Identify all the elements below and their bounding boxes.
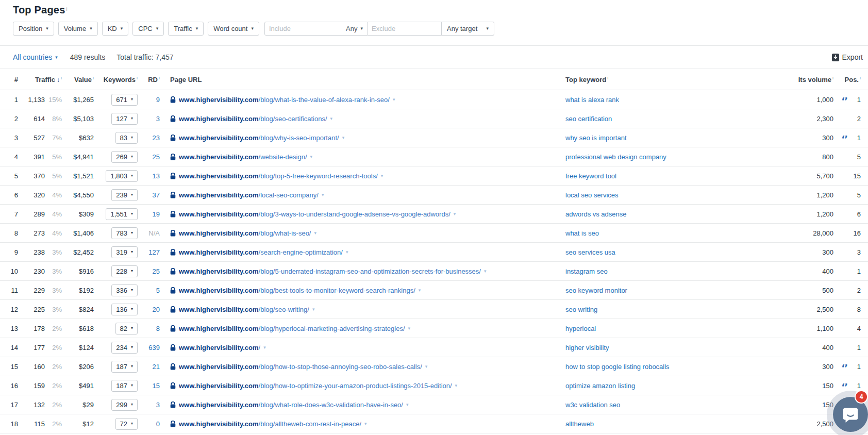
top-keyword-link[interactable]: optimize amazon listing (565, 382, 635, 390)
chevron-down-icon[interactable]: ▾ (342, 135, 345, 140)
header-its-volume[interactable]: Its volumei (784, 75, 833, 83)
keywords-dropdown[interactable]: 136 ▾ (111, 304, 138, 315)
top-keyword-link[interactable]: how to stop google listing robocalls (565, 363, 670, 371)
keywords-dropdown[interactable]: 299 ▾ (111, 399, 138, 411)
top-keyword-link[interactable]: seo certification (565, 115, 612, 123)
filter-cpc-button[interactable]: CPC ▾ (132, 22, 164, 36)
page-url-link[interactable]: www.highervisibility.com/website-design/ (179, 153, 307, 161)
page-url-link[interactable]: www.highervisibility.com/blog/3-ways-to-… (179, 210, 450, 218)
chevron-down-icon[interactable]: ▾ (322, 192, 324, 197)
page-url-link[interactable]: www.highervisibility.com/blog/alltheweb-… (179, 420, 361, 428)
keywords-dropdown[interactable]: 1,803 ▾ (106, 170, 138, 182)
keywords-dropdown[interactable]: 269 ▾ (111, 151, 138, 163)
chevron-down-icon[interactable]: ▾ (406, 402, 409, 407)
country-selector[interactable]: All countries ▾ (13, 53, 58, 61)
rd-link[interactable]: 13 (153, 172, 160, 180)
top-keyword-link[interactable]: free keyword tool (565, 172, 616, 180)
chevron-down-icon[interactable]: ▾ (455, 383, 458, 388)
keywords-dropdown[interactable]: 82 ▾ (115, 323, 138, 334)
keywords-dropdown[interactable]: 83 ▾ (115, 132, 138, 144)
rd-link[interactable]: 8 (156, 325, 160, 332)
top-keyword-link[interactable]: seo keyword monitor (565, 287, 627, 294)
rd-link[interactable]: 23 (153, 134, 160, 142)
top-keyword-link[interactable]: w3c validation seo (565, 401, 620, 409)
top-keyword-link[interactable]: hyperlocal (565, 325, 596, 332)
chevron-down-icon[interactable]: ▾ (346, 249, 348, 255)
rd-link[interactable]: 127 (148, 248, 160, 256)
rd-link[interactable]: 25 (153, 153, 160, 161)
page-url-link[interactable]: www.highervisibility.com/blog/hyperlocal… (179, 325, 405, 332)
page-url-link[interactable]: www.highervisibility.com/blog/how-to-opt… (179, 382, 452, 390)
chevron-down-icon[interactable]: ▾ (408, 326, 411, 331)
chevron-down-icon[interactable]: ▾ (364, 421, 367, 426)
top-keyword-link[interactable]: higher visibility (565, 344, 609, 352)
page-url-link[interactable]: www.highervisibility.com/blog/how-to-sto… (179, 363, 422, 371)
keywords-dropdown[interactable]: 783 ▾ (111, 227, 138, 239)
rd-link[interactable]: 639 (148, 344, 160, 352)
page-url-link[interactable]: www.highervisibility.com/blog/why-is-seo… (179, 134, 339, 142)
rd-link[interactable]: 37 (153, 191, 160, 199)
include-mode-select[interactable]: Any ▾ (346, 25, 363, 32)
page-url-link[interactable]: www.highervisibility.com/blog/5-underrat… (179, 267, 481, 275)
chevron-down-icon[interactable]: ▾ (393, 97, 395, 102)
keywords-dropdown[interactable]: 127 ▾ (111, 113, 138, 125)
chevron-down-icon[interactable]: ▾ (454, 211, 456, 216)
rd-link[interactable]: 9 (156, 96, 160, 104)
header-top-keyword[interactable]: Top keywordi (565, 75, 784, 83)
rd-link[interactable]: 0 (156, 420, 160, 428)
rd-link[interactable]: 19 (153, 210, 160, 218)
chevron-down-icon[interactable]: ▾ (263, 345, 266, 350)
chevron-down-icon[interactable]: ▾ (312, 307, 315, 312)
keywords-dropdown[interactable]: 239 ▾ (111, 189, 138, 201)
export-button[interactable]: Export (832, 53, 863, 61)
top-keyword-link[interactable]: what is alexa rank (565, 96, 619, 104)
keywords-dropdown[interactable]: 671 ▾ (111, 94, 138, 106)
keywords-dropdown[interactable]: 234 ▾ (111, 342, 138, 354)
top-keyword-link[interactable]: seo services usa (565, 248, 615, 256)
filter-traffic-button[interactable]: Traffic ▾ (168, 22, 204, 36)
any-target-select[interactable]: Any target ▾ (442, 22, 494, 36)
chevron-down-icon[interactable]: ▾ (330, 116, 333, 121)
rd-link[interactable]: 25 (153, 267, 160, 275)
keywords-dropdown[interactable]: 336 ▾ (111, 285, 138, 296)
rd-link[interactable]: 15 (153, 382, 160, 390)
rd-link[interactable]: 21 (153, 363, 160, 371)
chevron-down-icon[interactable]: ▾ (381, 173, 383, 178)
chevron-down-icon[interactable]: ▾ (310, 154, 313, 159)
page-url-link[interactable]: www.highervisibility.com/ (179, 344, 260, 352)
top-keyword-link[interactable]: seo writing (565, 306, 597, 313)
chevron-down-icon[interactable]: ▾ (425, 364, 428, 369)
chevron-down-icon[interactable]: ▾ (484, 269, 487, 274)
top-keyword-link[interactable]: local seo services (565, 191, 619, 199)
chat-widget-button[interactable]: 4 (827, 391, 868, 435)
page-url-link[interactable]: www.highervisibility.com/blog/seo-writin… (179, 306, 309, 313)
keywords-dropdown[interactable]: 319 ▾ (111, 246, 138, 258)
page-url-link[interactable]: www.highervisibility.com/blog/best-tools… (179, 287, 415, 294)
page-url-link[interactable]: www.highervisibility.com/blog/what-is-se… (179, 229, 311, 237)
header-value[interactable]: Valuei (62, 75, 94, 83)
rd-link[interactable]: 20 (153, 306, 160, 313)
rd-link[interactable]: 5 (156, 287, 160, 294)
top-keyword-link[interactable]: why seo is important (565, 134, 627, 142)
rd-link[interactable]: 3 (156, 401, 160, 409)
top-keyword-link[interactable]: alltheweb (565, 420, 594, 428)
filter-kd-button[interactable]: KD ▾ (102, 22, 129, 36)
keywords-dropdown[interactable]: 228 ▾ (111, 265, 138, 277)
page-url-link[interactable]: www.highervisibility.com/blog/seo-certif… (179, 115, 327, 123)
header-keywords[interactable]: Keywordsi (94, 75, 138, 83)
rd-link[interactable]: N/A (148, 229, 160, 237)
page-url-link[interactable]: www.highervisibility.com/local-seo-compa… (179, 191, 319, 199)
top-keyword-link[interactable]: professional web design company (565, 153, 666, 161)
top-keyword-link[interactable]: what is seo (565, 229, 599, 237)
page-url-link[interactable]: www.highervisibility.com/blog/top-5-free… (179, 172, 378, 180)
filter-word-count-button[interactable]: Word count ▾ (208, 22, 259, 36)
page-url-link[interactable]: www.highervisibility.com/blog/what-is-th… (179, 96, 390, 104)
chevron-down-icon[interactable]: ▾ (419, 288, 421, 293)
top-keyword-link[interactable]: adwords vs adsense (565, 210, 627, 218)
filter-volume-button[interactable]: Volume ▾ (58, 22, 98, 36)
page-url-link[interactable]: www.highervisibility.com/search-engine-o… (179, 248, 343, 256)
keywords-dropdown[interactable]: 187 ▾ (111, 361, 138, 373)
header-pos[interactable]: Pos.i (833, 75, 861, 83)
keywords-dropdown[interactable]: 187 ▾ (111, 380, 138, 392)
keywords-dropdown[interactable]: 1,551 ▾ (106, 208, 138, 220)
